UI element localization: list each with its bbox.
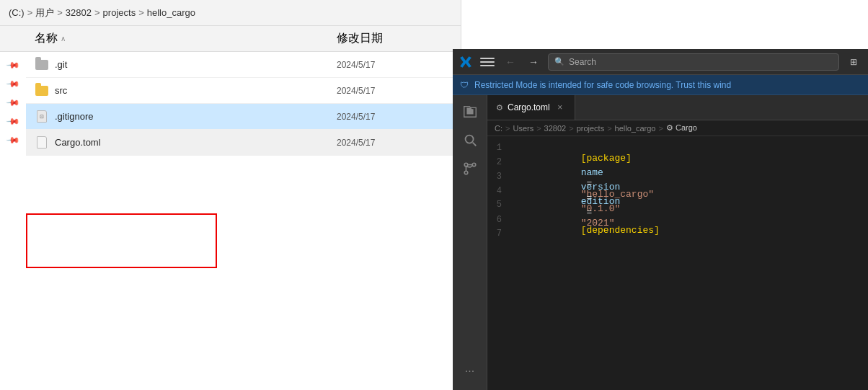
bc-user-id[interactable]: 32802	[544, 124, 567, 133]
file-row-cargo-toml[interactable]: Cargo.toml 2024/5/17	[26, 130, 461, 156]
line-num-2: 2	[490, 157, 513, 167]
file-list-header: 名称 ∧ 修改日期	[0, 26, 461, 52]
tab-label: Cargo.toml	[508, 102, 550, 112]
file-date-src: 2024/5/17	[337, 86, 452, 96]
file-row-git[interactable]: .git 2024/5/17	[26, 52, 461, 78]
column-date: 修改日期	[337, 31, 452, 46]
file-name-cargo-toml: Cargo.toml	[55, 137, 337, 148]
git-folder-icon	[35, 58, 49, 72]
vscode-logo-icon	[459, 55, 473, 69]
breadcrumb-drive[interactable]: (C:)	[9, 7, 25, 18]
file-date-cargo-toml: 2024/5/17	[337, 138, 452, 148]
pin-icon-5[interactable]: 📌	[3, 130, 23, 150]
vscode-body: ··· ⚙ Cargo.toml × C: > Users > 32802 >	[453, 95, 868, 390]
line-num-5: 5	[490, 200, 513, 210]
svg-line-1	[472, 143, 476, 146]
hamburger-line-2	[480, 61, 495, 63]
code-line-6: 6 [dependencies]	[487, 214, 868, 229]
pin-icon-4[interactable]: 📌	[3, 111, 23, 131]
hamburger-line-3	[480, 65, 495, 66]
file-name-git: .git	[55, 59, 337, 70]
file-date-git: 2024/5/17	[337, 60, 452, 70]
file-row-gitignore[interactable]: ⊡ .gitignore 2024/5/17	[26, 104, 461, 130]
activity-git-icon[interactable]	[457, 156, 483, 182]
code-line-1: 1 [package]	[487, 142, 868, 156]
file-row-src[interactable]: src 2024/5/17	[26, 78, 461, 104]
sort-arrow-icon: ∧	[61, 35, 66, 43]
breadcrumb-user[interactable]: 32802	[66, 7, 92, 18]
code-editor[interactable]: 1 [package] 2 name = "hello_cargo"	[487, 136, 868, 390]
code-line-4: 4 edition = "2021"	[487, 185, 868, 200]
activity-explorer-icon[interactable]	[457, 98, 483, 124]
activity-bar: ···	[453, 95, 487, 390]
tab-gear-icon: ⚙	[496, 103, 503, 112]
line-num-7: 7	[490, 229, 513, 239]
svg-point-3	[472, 163, 476, 167]
activity-more-icon[interactable]: ···	[457, 358, 483, 384]
bc-cargo-toml[interactable]: ⚙ Cargo	[666, 123, 697, 133]
code-line-2: 2 name = "hello_cargo"	[487, 156, 868, 171]
line-content-6: [dependencies]	[513, 214, 660, 247]
highlight-box-cargo-toml	[26, 213, 217, 268]
editor-breadcrumb: C: > Users > 32802 > projects > hello_ca…	[487, 120, 868, 136]
restricted-mode-text: Restricted Mode is intended for safe cod…	[474, 80, 731, 90]
code-line-3: 3 version = "0.1.0"	[487, 171, 868, 185]
breadcrumb-users[interactable]: 用户	[35, 6, 54, 19]
cargo-toml-file-icon	[35, 136, 49, 150]
file-name-gitignore: .gitignore	[55, 111, 337, 122]
breadcrumb-projects[interactable]: projects	[103, 7, 136, 18]
hamburger-menu-button[interactable]	[479, 53, 496, 71]
search-placeholder: Search	[569, 57, 596, 67]
editor-area: ⚙ Cargo.toml × C: > Users > 32802 > proj…	[487, 95, 868, 390]
activity-search-icon[interactable]	[457, 127, 483, 153]
pin-icon-1[interactable]: 📌	[3, 55, 23, 75]
file-name-src: src	[55, 85, 337, 96]
svg-point-2	[464, 163, 468, 167]
column-name[interactable]: 名称 ∧	[35, 31, 337, 46]
forward-button[interactable]: →	[525, 53, 542, 71]
pin-icon-3[interactable]: 📌	[3, 92, 23, 112]
line-num-4: 4	[490, 186, 513, 196]
file-table: .git 2024/5/17 src 2024/5/17 ⊡ .gitignor…	[26, 52, 461, 156]
tab-bar: ⚙ Cargo.toml ×	[487, 95, 868, 120]
layout-button[interactable]: ⊞	[845, 53, 862, 71]
shield-icon: 🛡	[460, 80, 469, 90]
bc-c-drive[interactable]: C:	[495, 124, 502, 133]
breadcrumb-project[interactable]: hello_cargo	[147, 7, 195, 18]
bc-project-name[interactable]: hello_cargo	[615, 124, 656, 133]
tab-close-button[interactable]: ×	[554, 102, 566, 113]
svg-point-4	[464, 171, 468, 174]
bc-projects[interactable]: projects	[577, 124, 605, 133]
hamburger-line-1	[480, 58, 495, 59]
tab-cargo-toml[interactable]: ⚙ Cargo.toml ×	[487, 95, 575, 120]
search-icon: 🔍	[554, 57, 564, 66]
line-num-6: 6	[490, 215, 513, 225]
restricted-mode-banner: 🛡 Restricted Mode is intended for safe c…	[453, 75, 868, 95]
file-explorer: (C:) > 用户 > 32802 > projects > hello_car…	[0, 0, 461, 390]
file-date-gitignore: 2024/5/17	[337, 112, 452, 122]
svg-point-0	[465, 136, 473, 143]
vscode-window: ← → 🔍 Search ⊞ 🛡 Restricted Mode is inte…	[453, 49, 868, 390]
folder-icon	[35, 84, 49, 98]
line-num-3: 3	[490, 172, 513, 182]
vscode-titlebar: ← → 🔍 Search ⊞	[453, 49, 868, 75]
gitignore-file-icon: ⊡	[35, 110, 49, 124]
back-button[interactable]: ←	[502, 53, 519, 71]
bc-users[interactable]: Users	[513, 124, 533, 133]
breadcrumb: (C:) > 用户 > 32802 > projects > hello_car…	[0, 0, 461, 26]
line-num-1: 1	[490, 143, 513, 153]
search-bar[interactable]: 🔍 Search	[548, 53, 839, 71]
sidebar-pins: 📌 📌 📌 📌 📌	[0, 52, 26, 390]
pin-icon-2[interactable]: 📌	[3, 74, 23, 94]
